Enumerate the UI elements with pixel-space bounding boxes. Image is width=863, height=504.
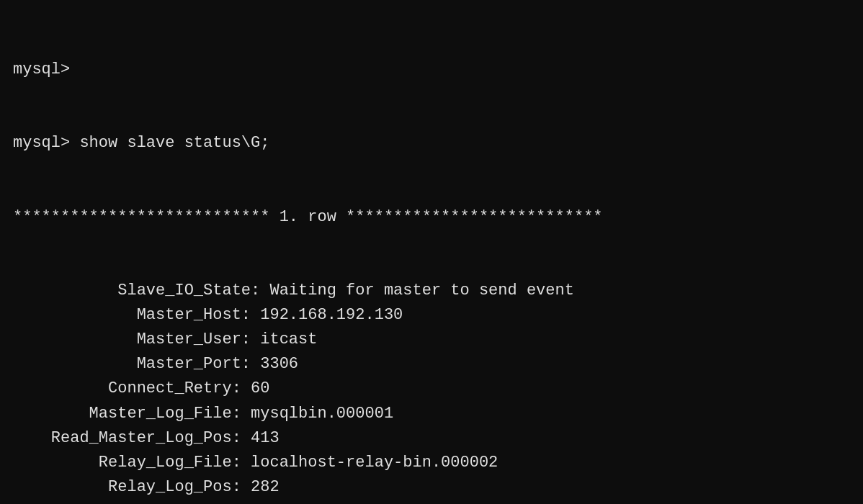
field-row: Read_Master_Log_Pos: 413 (13, 426, 850, 451)
field-row: Master_Port: 3306 (13, 352, 850, 377)
field-row: Master_Log_File: mysqlbin.000001 (13, 402, 850, 426)
prompt-idle: mysql> (13, 58, 850, 82)
field-row: Connect_Retry: 60 (13, 377, 850, 401)
field-row: Relay_Log_File: localhost-relay-bin.0000… (13, 451, 850, 475)
separator-line: *************************** 1. row *****… (13, 205, 850, 230)
terminal-output: mysql> mysql> show slave status\G; *****… (13, 9, 850, 504)
field-row: Master_Host: 192.168.192.130 (13, 303, 850, 328)
field-row: Relay_Log_Pos: 282 (13, 475, 850, 500)
fields-container: Slave_IO_State: Waiting for master to se… (13, 279, 850, 504)
field-row: Relay_Master_Log_File: mysqlbin.000001 (13, 500, 850, 504)
field-row: Master_User: itcast (13, 328, 850, 352)
command-line: mysql> show slave status\G; (13, 131, 850, 156)
field-row: Slave_IO_State: Waiting for master to se… (13, 279, 850, 303)
